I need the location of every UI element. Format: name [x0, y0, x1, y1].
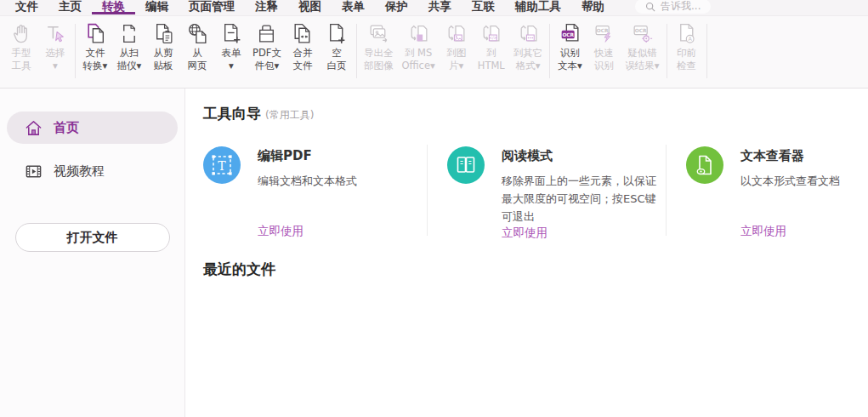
search-placeholder: 告诉我...	[661, 0, 701, 14]
reading-mode-icon	[447, 146, 485, 184]
sidebar: 首页 视频教程 打开文件	[0, 89, 185, 417]
to-other-format-icon	[517, 22, 540, 45]
card-reading-mode: 阅读模式 移除界面上的一些元素，以保证最大限度的可视空间；按ESC键可退出 立即…	[428, 141, 666, 241]
card-reading-mode-use-now-link[interactable]: 立即使用	[502, 226, 666, 241]
from-web-label: 从 网页	[188, 47, 207, 72]
merge-files-icon	[291, 22, 314, 45]
from-clipboard-icon	[152, 22, 175, 45]
main-panel: 工具向导 (常用工具) T 编辑PDF 编辑文档和文本格式 立即使用	[185, 89, 868, 417]
ribbon-group-export: 导出全 部图像 到 MS Office▾ 到图 片▾ </> 到 HTML 到其…	[357, 16, 549, 72]
from-clipboard-label: 从剪 贴板	[154, 47, 173, 72]
form-icon	[220, 22, 243, 45]
svg-text:</>: </>	[489, 36, 497, 40]
pdf-portfolio-label: PDF文 件包▾	[252, 47, 281, 72]
card-edit-pdf-description: 编辑文档和文本格式	[258, 172, 357, 190]
hand-tool-label: 手型 工具	[12, 47, 31, 72]
card-reading-mode-title: 阅读模式	[502, 148, 666, 164]
recent-files-title: 最近的文件	[203, 260, 868, 279]
ocr-suspect-button: OCR 疑似错 误结果▾	[621, 16, 663, 72]
edit-pdf-icon: T	[203, 146, 241, 184]
to-image-icon	[445, 22, 468, 45]
to-image-label: 到图 片▾	[446, 47, 466, 72]
file-convert-button[interactable]: 文件 转换▾	[78, 16, 112, 72]
ocr-suspect-label: 疑似错 误结果▾	[625, 47, 659, 72]
blank-page-label: 空 白页	[326, 47, 346, 72]
ribbon-toolbar: 手型 工具 选择 ▾ 文件 转换▾ 从扫 描仪▾ 从剪 贴板	[0, 16, 868, 89]
ribbon-group-create: 文件 转换▾ 从扫 描仪▾ 从剪 贴板 从 网页 表单 ▾ PDF文 件包▾	[76, 16, 356, 72]
svg-text:OCR: OCR	[597, 28, 609, 33]
to-ms-office-button: 到 MS Office▾	[397, 16, 439, 72]
card-edit-pdf-use-now-link[interactable]: 立即使用	[258, 224, 357, 239]
from-clipboard-button[interactable]: 从剪 贴板	[146, 16, 180, 72]
to-ms-office-label: 到 MS Office▾	[401, 47, 434, 72]
text-viewer-icon	[686, 146, 723, 184]
tell-me-search[interactable]: 告诉我...	[635, 0, 711, 14]
export-all-images-icon	[367, 22, 390, 45]
pdf-portfolio-icon	[255, 22, 278, 45]
sidebar-item-video-tutorials[interactable]: 视频教程	[7, 155, 178, 187]
ribbon-group-preflight: A 印前 检查	[667, 16, 706, 72]
menu-tab-page-organize[interactable]: 页面管理	[179, 0, 245, 14]
pdf-portfolio-button[interactable]: PDF文 件包▾	[248, 16, 286, 72]
menu-tab-share[interactable]: 共享	[418, 0, 462, 14]
ribbon-group-tools: 手型 工具 选择 ▾	[2, 16, 75, 72]
menu-tab-home[interactable]: 主页	[48, 0, 92, 14]
to-ms-office-icon	[407, 22, 430, 45]
menu-tab-help[interactable]: 帮助	[571, 0, 615, 14]
form-button[interactable]: 表单 ▾	[214, 16, 248, 72]
to-other-format-button: 到其它 格式▾	[509, 16, 547, 72]
ocr-text-label: 识别 文本▾	[558, 47, 582, 72]
menu-tab-edit[interactable]: 编辑	[135, 0, 179, 14]
blank-page-icon	[325, 22, 348, 45]
svg-text:OCR: OCR	[635, 28, 647, 33]
file-convert-icon	[84, 22, 107, 45]
to-other-format-label: 到其它 格式▾	[513, 47, 543, 72]
from-scanner-button[interactable]: 从扫 描仪▾	[112, 16, 146, 72]
from-web-icon	[186, 22, 209, 45]
menu-tab-connect[interactable]: 互联	[462, 0, 505, 14]
menu-bar: 文件 主页 转换 编辑 页面管理 注释 视图 表单 保护 共享 互联 辅助工具 …	[0, 0, 868, 16]
menu-tab-view[interactable]: 视图	[288, 0, 332, 14]
open-file-label: 打开文件	[67, 230, 118, 246]
file-convert-label: 文件 转换▾	[83, 47, 108, 72]
ocr-quick-button: OCR 快速 识别	[587, 16, 621, 72]
preflight-icon: A	[675, 22, 698, 45]
sidebar-item-home[interactable]: 首页	[7, 111, 178, 144]
svg-text:A: A	[688, 36, 692, 43]
hand-tool-button: 手型 工具	[4, 16, 38, 72]
menu-tab-comment[interactable]: 注释	[245, 0, 288, 14]
card-edit-pdf: T 编辑PDF 编辑文档和文本格式 立即使用	[203, 141, 427, 241]
svg-text:T: T	[218, 159, 226, 173]
menu-tab-protect[interactable]: 保护	[375, 0, 418, 14]
blank-page-button[interactable]: 空 白页	[320, 16, 354, 72]
menu-tab-convert[interactable]: 转换	[92, 0, 135, 14]
video-tutorial-icon	[25, 163, 43, 180]
tools-heading: 工具向导 (常用工具)	[203, 104, 868, 123]
card-text-viewer: 文本查看器 以文本形式查看文档 立即使用	[667, 141, 840, 241]
form-label: 表单 ▾	[222, 47, 241, 72]
tools-title: 工具向导	[203, 104, 261, 123]
tools-subtitle: (常用工具)	[265, 108, 314, 123]
merge-files-button[interactable]: 合并 文件	[286, 16, 320, 72]
ocr-quick-label: 快速 识别	[594, 47, 614, 72]
preflight-label: 印前 检查	[677, 47, 696, 72]
ocr-quick-icon: OCR	[593, 22, 616, 45]
menu-tab-accessibility[interactable]: 辅助工具	[505, 0, 571, 14]
ocr-text-button[interactable]: OCR 识别 文本▾	[553, 16, 587, 72]
to-html-label: 到 HTML	[478, 47, 505, 72]
menu-tab-file[interactable]: 文件	[5, 0, 48, 14]
open-file-button[interactable]: 打开文件	[15, 223, 170, 252]
ribbon-group-ocr: OCR 识别 文本▾ OCR 快速 识别 OCR 疑似错 误结果▾	[550, 16, 666, 72]
select-tool-label: 选择 ▾	[46, 47, 65, 72]
home-icon	[25, 119, 43, 137]
export-all-images-label: 导出全 部图像	[364, 47, 394, 72]
menu-tab-form[interactable]: 表单	[332, 0, 375, 14]
preflight-button: A 印前 检查	[670, 16, 704, 72]
ribbon-separator	[706, 24, 707, 78]
merge-files-label: 合并 文件	[292, 47, 312, 72]
card-text-viewer-description: 以文本形式查看文档	[740, 172, 840, 190]
card-text-viewer-use-now-link[interactable]: 立即使用	[740, 224, 840, 239]
from-scanner-icon	[118, 22, 141, 45]
search-icon	[645, 2, 655, 12]
from-web-button[interactable]: 从 网页	[180, 16, 214, 72]
